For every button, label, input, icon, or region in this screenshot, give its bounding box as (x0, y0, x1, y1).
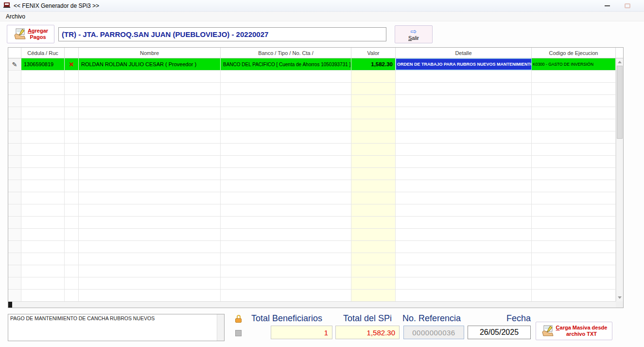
column-header-codigo[interactable]: Codigo de Ejecucion (532, 48, 616, 58)
row-header-cell[interactable] (8, 229, 21, 240)
grid-row-empty[interactable] (8, 144, 616, 156)
cell-cedula[interactable] (21, 144, 65, 155)
row-header-cell[interactable] (8, 83, 21, 94)
cell-banco[interactable] (221, 217, 351, 228)
cell-codigo[interactable] (532, 265, 616, 277)
cell-banco[interactable] (221, 168, 351, 180)
row-header-cell[interactable] (8, 253, 21, 265)
cell-codigo[interactable] (532, 107, 616, 119)
column-header-detalle[interactable]: Detalle (396, 48, 532, 58)
cell-cedula[interactable]: 1306590819 (21, 58, 65, 70)
cell-codigo[interactable] (532, 131, 616, 143)
cell-delete[interactable] (65, 71, 79, 82)
cell-valor[interactable] (351, 168, 396, 180)
cell-valor[interactable] (351, 204, 396, 216)
cell-cedula[interactable] (21, 204, 65, 216)
grid-row-empty[interactable] (8, 95, 616, 107)
cell-valor[interactable] (351, 131, 396, 143)
cell-cedula[interactable] (21, 241, 65, 253)
row-header-cell[interactable] (8, 144, 21, 155)
cell-valor[interactable] (351, 277, 396, 289)
cell-nombre[interactable] (79, 168, 221, 180)
cell-delete[interactable] (65, 253, 79, 265)
fecha-value[interactable]: 26/05/2025 (468, 326, 531, 339)
cell-delete[interactable] (65, 95, 79, 107)
carga-masiva-button[interactable]: Carga Masiva desde archivo TXT (536, 322, 612, 340)
cell-banco[interactable] (221, 229, 351, 240)
cell-detalle[interactable] (396, 107, 532, 119)
minimize-icon[interactable] (605, 5, 610, 6)
grid-row[interactable]: ✎1306590819✕ROLDAN ROLDAN JULIO CESAR ( … (8, 58, 616, 71)
cell-codigo[interactable] (532, 277, 616, 289)
row-header-cell[interactable] (8, 241, 21, 253)
cell-detalle[interactable] (396, 290, 532, 301)
cell-nombre[interactable] (79, 265, 221, 277)
grid-row-empty[interactable] (8, 229, 616, 241)
cell-cedula[interactable] (21, 192, 65, 204)
grid-row-empty[interactable] (8, 71, 616, 83)
cell-codigo[interactable] (532, 168, 616, 180)
cell-valor[interactable] (351, 290, 396, 301)
cell-codigo[interactable] (532, 95, 616, 107)
cell-banco[interactable] (221, 144, 351, 155)
grid-row-empty[interactable] (8, 265, 616, 277)
cell-delete[interactable] (65, 241, 79, 253)
lock-icon[interactable] (235, 314, 243, 323)
cell-banco[interactable] (221, 204, 351, 216)
cell-nombre[interactable] (79, 229, 221, 240)
cell-detalle[interactable] (396, 156, 532, 167)
row-header-cell[interactable] (8, 71, 21, 82)
entity-input[interactable] (58, 27, 386, 41)
cell-nombre[interactable] (79, 83, 221, 94)
cell-codigo[interactable] (532, 156, 616, 167)
row-header-cell[interactable] (8, 180, 21, 192)
cell-cedula[interactable] (21, 83, 65, 94)
row-header-cell[interactable] (8, 107, 21, 119)
row-header-cell[interactable] (8, 265, 21, 277)
cell-detalle[interactable] (396, 277, 532, 289)
cell-detalle[interactable] (396, 180, 532, 192)
grid-row-empty[interactable] (8, 192, 616, 204)
cell-codigo[interactable] (532, 290, 616, 301)
cell-banco[interactable] (221, 290, 351, 301)
cell-banco[interactable] (221, 119, 351, 131)
cell-detalle[interactable] (396, 253, 532, 265)
menu-archivo[interactable]: Archivo (4, 13, 27, 20)
cell-delete[interactable] (65, 277, 79, 289)
cell-nombre[interactable] (79, 253, 221, 265)
row-header-cell[interactable] (8, 119, 21, 131)
cell-banco[interactable] (221, 95, 351, 107)
delete-row-button[interactable]: ✕ (69, 61, 74, 68)
cell-delete[interactable] (65, 131, 79, 143)
row-header-cell[interactable] (8, 192, 21, 204)
cell-detalle[interactable]: ORDEN DE TRABAJO PARA RUBROS NUEVOS MANT… (396, 58, 532, 70)
cell-cedula[interactable] (21, 253, 65, 265)
grid-row-empty[interactable] (8, 156, 616, 168)
cell-cedula[interactable] (21, 131, 65, 143)
cell-nombre[interactable]: ROLDAN ROLDAN JULIO CESAR ( Proveedor ) (79, 58, 221, 70)
cell-cedula[interactable] (21, 290, 65, 301)
vertical-scrollbar[interactable] (616, 58, 623, 301)
grid-row-empty[interactable] (8, 277, 616, 290)
cell-cedula[interactable] (21, 229, 65, 240)
salir-button[interactable]: ⇨ Salir (395, 25, 433, 43)
cell-detalle[interactable] (396, 265, 532, 277)
cell-codigo[interactable] (532, 229, 616, 240)
vertical-scrollbar-thumb[interactable] (617, 66, 623, 139)
row-header-cell[interactable] (8, 168, 21, 180)
horizontal-scrollbar-thumb[interactable] (8, 302, 12, 308)
row-header-cell[interactable] (8, 95, 21, 107)
cell-banco[interactable] (221, 131, 351, 143)
cell-detalle[interactable] (396, 131, 532, 143)
cell-nombre[interactable] (79, 95, 221, 107)
row-header-cell[interactable] (8, 277, 21, 289)
cell-valor[interactable] (351, 83, 396, 94)
cell-detalle[interactable] (396, 119, 532, 131)
cell-cedula[interactable] (21, 107, 65, 119)
cell-codigo[interactable] (532, 83, 616, 94)
cell-cedula[interactable] (21, 180, 65, 192)
cell-codigo[interactable] (532, 144, 616, 155)
cell-banco[interactable] (221, 253, 351, 265)
cell-banco[interactable]: BANCO DEL PACIFICO [ Cuenta de Ahorros 1… (221, 58, 351, 70)
cell-valor[interactable] (351, 71, 396, 82)
